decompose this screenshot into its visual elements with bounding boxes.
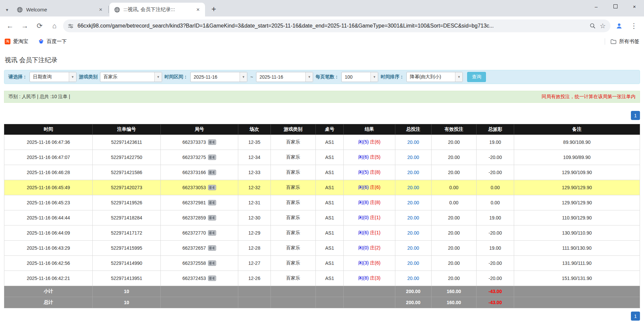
bookmark-aitaobao[interactable]: 淘 爱淘宝 xyxy=(5,38,28,45)
taobao-icon: 淘 xyxy=(5,39,10,44)
replay-icon[interactable] xyxy=(208,139,216,145)
replay-icon[interactable] xyxy=(208,170,216,175)
cell-round: 662373166 xyxy=(160,165,238,180)
game-type-select[interactable]: 百家乐 ▼ xyxy=(100,72,162,82)
all-bookmarks[interactable]: 所有书签 xyxy=(605,38,639,45)
cell-session: 12-26 xyxy=(238,271,270,286)
cell-round: 662372981 xyxy=(160,195,238,210)
replay-icon[interactable] xyxy=(208,215,216,220)
replay-icon[interactable] xyxy=(208,276,216,281)
total-bet-link[interactable]: 20.00 xyxy=(407,245,419,251)
pagination-page-1[interactable]: 1 xyxy=(631,111,640,120)
forward-icon[interactable]: → xyxy=(19,20,31,32)
replay-icon[interactable] xyxy=(208,260,216,266)
bet-table-footer: 小计10200.00160.00-43.00总计10200.00160.00-4… xyxy=(4,286,640,308)
total-bet-link[interactable]: 20.00 xyxy=(407,215,419,220)
menu-icon[interactable]: ⋮ xyxy=(628,20,640,32)
bookmark-baidu[interactable]: 百度一下 xyxy=(38,38,67,45)
date-start-select[interactable]: 2025-11-16 ▼ xyxy=(190,72,247,82)
url-bar[interactable]: 66cxkj98.com/game/betrecord_search/kind3… xyxy=(63,19,610,32)
cell-bet-id: 522971418284 xyxy=(93,210,161,226)
back-icon[interactable]: ← xyxy=(4,20,16,32)
result-banker: 庄(3) xyxy=(370,275,381,281)
query-type-select[interactable]: 日期查询 ▼ xyxy=(30,72,77,82)
cell-valid-bet: 20.00 xyxy=(431,226,476,241)
cell-game-type: 百家乐 xyxy=(270,165,315,180)
total-bet-link[interactable]: 20.00 xyxy=(407,155,419,160)
bookmarks-bar: 淘 爱淘宝 百度一下 所有书签 xyxy=(0,35,644,48)
total-row: 总计10200.00160.00-43.00 xyxy=(4,297,640,308)
cell-table-no: AS1 xyxy=(316,195,344,210)
site-info-icon[interactable] xyxy=(68,23,73,29)
total-bet-link[interactable]: 20.00 xyxy=(407,170,419,175)
chevron-down-icon[interactable]: ▼ xyxy=(305,72,313,82)
cell-time: 2025-11-16 06:46:28 xyxy=(4,165,93,180)
replay-icon[interactable] xyxy=(208,200,216,205)
cell-table-no: AS1 xyxy=(316,256,344,271)
result-banker: 庄(8) xyxy=(370,169,381,175)
round-number: 662372770 xyxy=(182,230,206,236)
cell-round: 662372859 xyxy=(160,210,238,226)
cell-valid-bet: 20.00 xyxy=(431,241,476,256)
cell-note: 129.90/129.90 xyxy=(514,180,640,195)
maximize-button[interactable] xyxy=(606,0,625,13)
column-header: 总投注 xyxy=(395,124,431,135)
cell-result: 闲(8) 庄(8) xyxy=(344,195,395,210)
chevron-down-icon[interactable]: ▼ xyxy=(69,72,76,82)
chevron-down-icon[interactable]: ▼ xyxy=(240,72,247,82)
cell-valid-bet: 20.00 xyxy=(431,135,476,150)
total-bet-link[interactable]: 20.00 xyxy=(407,276,419,281)
replay-icon[interactable] xyxy=(208,185,216,190)
folder-icon xyxy=(610,39,616,45)
cell-table-no: AS1 xyxy=(316,241,344,256)
tab-welcome[interactable]: Welcome × xyxy=(12,3,108,16)
cell-valid-bet: 0.00 xyxy=(431,180,476,195)
footer-total-bet: 200.00 xyxy=(395,297,431,308)
cell-result: 闲(5) 庄(6) xyxy=(344,135,395,150)
table-row: 2025-11-16 06:42:56522971414990662372558… xyxy=(4,256,640,271)
round-wrap: 662372859 xyxy=(161,215,238,220)
new-tab-button[interactable]: + xyxy=(208,3,220,15)
cell-total-bet: 20.00 xyxy=(395,165,431,180)
sort-label: 时间排序： xyxy=(381,74,404,80)
per-page-select[interactable]: 100 ▼ xyxy=(341,72,378,82)
refresh-icon[interactable]: ⟳ xyxy=(34,20,46,32)
minimize-button[interactable]: – xyxy=(587,0,606,13)
sort-select[interactable]: 降幂(由大到小) ▼ xyxy=(406,72,463,82)
total-bet-link[interactable]: 20.00 xyxy=(407,230,419,236)
cell-result: 闲(0) 庄(1) xyxy=(344,210,395,226)
footer-count: 10 xyxy=(93,297,161,308)
total-bet-link[interactable]: 20.00 xyxy=(407,185,419,190)
cell-payout: -20.00 xyxy=(477,165,514,180)
total-bet-link[interactable]: 20.00 xyxy=(407,260,419,266)
query-button[interactable]: 查询 xyxy=(467,72,486,82)
tab-close-icon[interactable]: × xyxy=(97,6,104,13)
replay-icon[interactable] xyxy=(208,230,216,236)
total-bet-link[interactable]: 20.00 xyxy=(407,200,419,205)
footer-count: 10 xyxy=(93,286,161,297)
profile-icon[interactable] xyxy=(613,20,625,32)
zoom-icon[interactable] xyxy=(590,23,596,29)
footer-total-bet: 200.00 xyxy=(395,286,431,297)
cell-round: 662372453 xyxy=(160,271,238,286)
round-wrap: 662372981 xyxy=(161,200,238,205)
cell-bet-id: 522971423611 xyxy=(93,135,161,150)
date-range-label: 时间区间： xyxy=(164,74,188,80)
replay-icon[interactable] xyxy=(208,155,216,160)
tab-list-chevron-icon[interactable]: ▾ xyxy=(2,3,12,16)
tab-close-icon[interactable]: × xyxy=(194,6,202,13)
home-icon[interactable]: ⌂ xyxy=(48,20,60,32)
chevron-down-icon[interactable]: ▼ xyxy=(370,72,378,82)
replay-icon[interactable] xyxy=(208,245,216,251)
currency-summary-text: 币别 : 人民币 | 总共 :10 注单 | xyxy=(8,94,70,100)
column-header: 总派彩 xyxy=(477,124,514,135)
chevron-down-icon[interactable]: ▼ xyxy=(154,72,162,82)
total-bet-link[interactable]: 20.00 xyxy=(407,139,419,145)
bookmark-star-icon[interactable]: ☆ xyxy=(600,22,606,30)
chevron-down-icon[interactable]: ▼ xyxy=(455,72,462,82)
tab-bet-records[interactable]: :::视讯, 会员下注纪录::: × xyxy=(109,3,205,16)
bet-table-header-row: 时间注单编号局号场次游戏类别桌号结果总投注有效投注总派彩备注 xyxy=(4,124,640,135)
pagination-page-1[interactable]: 1 xyxy=(631,312,640,321)
date-end-select[interactable]: 2025-11-16 ▼ xyxy=(256,72,313,82)
close-button[interactable]: × xyxy=(625,0,644,13)
